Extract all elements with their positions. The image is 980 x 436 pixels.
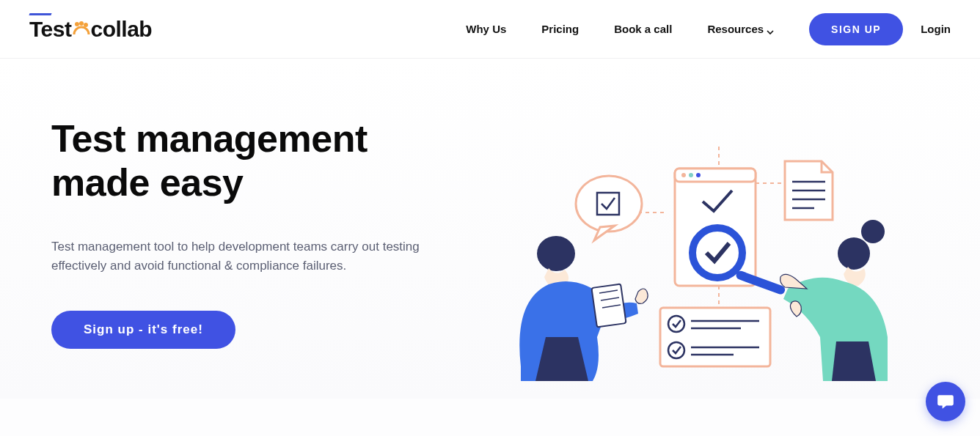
- svg-point-10: [692, 228, 742, 278]
- svg-point-3: [576, 176, 642, 232]
- browser-card-icon: [675, 169, 786, 295]
- login-link[interactable]: Login: [921, 23, 951, 35]
- hero-title-line1: Test management: [51, 117, 368, 160]
- svg-rect-6: [675, 169, 756, 182]
- svg-rect-24: [591, 284, 626, 327]
- chevron-down-icon: [767, 26, 774, 33]
- nav-resources[interactable]: Resources: [707, 23, 774, 35]
- logo-accent-bar: [29, 13, 51, 15]
- svg-point-29: [838, 237, 870, 270]
- chat-icon: [936, 392, 955, 411]
- person-right-icon: [780, 220, 888, 381]
- logo-text-2: collab: [90, 17, 152, 42]
- nav-right: SIGN UP Login: [809, 13, 951, 45]
- speech-bubble-checkbox-icon: [576, 176, 642, 240]
- hero-cta-button[interactable]: Sign up - it's free!: [51, 311, 235, 349]
- hero-text-column: Test management made easy Test managemen…: [51, 117, 462, 399]
- person-left-icon: [519, 236, 648, 381]
- nav-pricing[interactable]: Pricing: [541, 23, 579, 35]
- logo-icon-group: [71, 17, 90, 42]
- signup-button[interactable]: SIGN UP: [809, 13, 903, 45]
- svg-point-9: [696, 173, 701, 177]
- primary-nav: Why Us Pricing Book a call Resources: [466, 23, 774, 35]
- nav-resources-label: Resources: [707, 23, 764, 35]
- nav-why-us[interactable]: Why Us: [466, 23, 506, 35]
- nav-book-a-call[interactable]: Book a call: [614, 23, 672, 35]
- chat-widget-button[interactable]: [926, 382, 965, 421]
- hero-illustration-column: [491, 117, 929, 399]
- svg-point-2: [84, 23, 88, 27]
- document-icon: [785, 161, 833, 220]
- svg-point-23: [537, 236, 575, 271]
- hero-section: Test management made easy Test managemen…: [0, 59, 980, 399]
- svg-point-0: [75, 22, 79, 26]
- svg-point-8: [689, 173, 693, 177]
- hero-title-line2: made easy: [51, 161, 243, 204]
- svg-point-1: [79, 21, 84, 26]
- header: Testcollab Why Us Pricing Book a call Re…: [0, 0, 980, 59]
- hero-illustration: [491, 117, 902, 396]
- logo[interactable]: Testcollab: [29, 17, 152, 42]
- svg-point-28: [861, 220, 885, 243]
- svg-point-7: [681, 173, 686, 177]
- hero-title: Test management made easy: [51, 117, 462, 205]
- logo-text-1: Test: [29, 17, 71, 42]
- hero-subtitle: Test management tool to help development…: [51, 237, 425, 276]
- checklist-card-icon: [660, 308, 770, 366]
